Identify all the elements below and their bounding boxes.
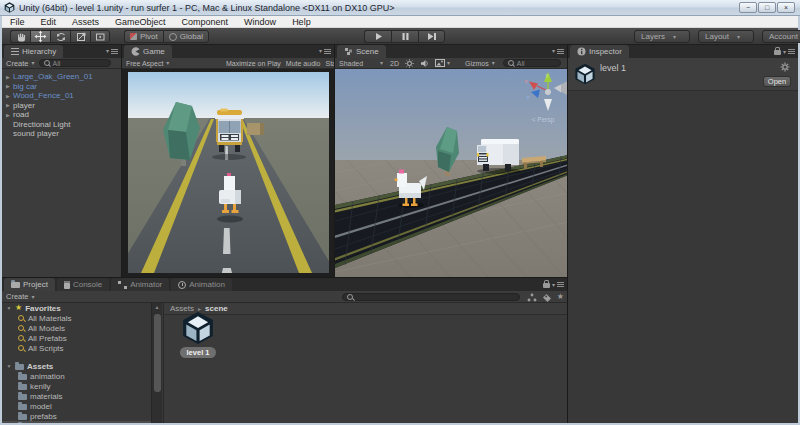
pane-menu-icon[interactable]: ▾ <box>543 281 564 288</box>
favorites-all-models[interactable]: All Models <box>2 323 162 333</box>
tab-label: Game <box>143 47 165 56</box>
lighting-toggle[interactable] <box>402 58 417 69</box>
window-titlebar[interactable]: Unity (64bit) - level 1.unity - run surf… <box>0 0 800 16</box>
scale-tool-button[interactable] <box>70 30 90 43</box>
project-create-button[interactable]: Create ▾ <box>2 291 39 302</box>
hand-tool-button[interactable] <box>10 30 30 43</box>
move-tool-button[interactable] <box>30 30 50 43</box>
hierarchy-item[interactable]: ▶ Wood_Fence_01 <box>2 91 121 101</box>
gear-icon[interactable] <box>780 62 790 72</box>
folder-scene[interactable]: scene <box>2 421 151 423</box>
foldout-icon[interactable]: ▶ <box>5 112 11 118</box>
maximize-button[interactable]: □ <box>758 2 776 13</box>
hierarchy-item-label: Wood_Fence_01 <box>13 91 74 100</box>
asset-name: level 1 <box>600 63 626 73</box>
menu-edit[interactable]: Edit <box>33 16 65 28</box>
pane-menu-icon[interactable]: ▾ <box>552 48 564 54</box>
hierarchy-item[interactable]: ▶ sound player <box>2 129 121 139</box>
foldout-icon[interactable]: ▶ <box>5 93 11 99</box>
menu-help[interactable]: Help <box>284 16 319 28</box>
minimize-button[interactable]: − <box>739 2 757 13</box>
hierarchy-item[interactable]: ▶ big car <box>2 82 121 92</box>
pane-menu-icon[interactable]: ▾ <box>319 48 331 54</box>
favorites-all-prefabs[interactable]: All Prefabs <box>2 333 162 343</box>
menu-gameobject[interactable]: GameObject <box>107 16 174 28</box>
pause-button[interactable] <box>391 30 418 43</box>
hierarchy-item[interactable]: ▶ player <box>2 101 121 111</box>
menu-assets[interactable]: Assets <box>64 16 107 28</box>
audio-toggle[interactable] <box>417 58 432 69</box>
mute-audio-toggle[interactable]: Mute audio <box>286 60 321 67</box>
foldout-icon[interactable]: ▶ <box>5 102 11 108</box>
layout-dropdown[interactable]: Layout ▾ <box>698 30 754 43</box>
favorites-all-scripts[interactable]: All Scripts <box>2 343 162 353</box>
assets-header[interactable]: ▼ Assets <box>2 361 162 371</box>
step-button[interactable] <box>418 30 445 43</box>
lock-icon[interactable] <box>543 283 550 288</box>
label-filter-icon[interactable] <box>542 293 552 302</box>
menu-bars-icon <box>557 282 564 287</box>
rect-tool-button[interactable] <box>90 30 110 43</box>
folder-model[interactable]: model <box>2 401 162 411</box>
perspective-label[interactable]: < Persp <box>532 116 555 124</box>
scene-search-input[interactable]: All <box>503 59 561 67</box>
menu-window[interactable]: Window <box>236 16 284 28</box>
account-label: Account <box>769 32 798 41</box>
tab-project[interactable]: Project <box>4 278 55 291</box>
game-viewport[interactable] <box>122 69 334 277</box>
menu-file[interactable]: File <box>2 16 33 28</box>
asset-level1[interactable]: level 1 <box>172 311 224 358</box>
tab-animation[interactable]: Animation <box>171 278 232 291</box>
pane-menu-icon[interactable]: ▾ <box>106 48 118 54</box>
folder-prefabs[interactable]: prefabs <box>2 411 162 421</box>
account-dropdown[interactable]: Account ▾ <box>762 30 800 43</box>
hierarchy-item[interactable]: ▶ road <box>2 110 121 120</box>
folder-animation[interactable]: animation <box>2 371 162 381</box>
hierarchy-create-button[interactable]: Create ▾ <box>2 58 39 69</box>
tab-scene[interactable]: Scene <box>337 45 386 58</box>
folder-kenlly[interactable]: kenlly <box>2 381 162 391</box>
layers-dropdown[interactable]: Layers ▾ <box>634 30 690 43</box>
scrollbar-thumb[interactable] <box>154 314 161 392</box>
foldout-open-icon[interactable]: ▼ <box>6 305 12 311</box>
aspect-dropdown[interactable]: Free Aspect ▾ <box>122 58 173 69</box>
folder-materials[interactable]: materials <box>2 391 162 401</box>
maximize-on-play-toggle[interactable]: Maximize on Play <box>226 60 281 67</box>
open-button[interactable]: Open <box>763 76 791 87</box>
tab-console[interactable]: Console <box>57 278 109 291</box>
menu-component[interactable]: Component <box>174 16 237 28</box>
tab-hierarchy[interactable]: Hierarchy <box>4 45 63 58</box>
favorites-header[interactable]: ▼ ★ Favorites <box>2 303 162 313</box>
hierarchy-item[interactable]: ▶ Directional Light <box>2 120 121 130</box>
hierarchy-search-input[interactable]: All <box>39 59 111 67</box>
foldout-open-icon[interactable]: ▼ <box>6 363 12 369</box>
collab-filter-icon[interactable] <box>527 293 537 302</box>
tab-game[interactable]: Game <box>124 45 172 58</box>
rotate-tool-button[interactable] <box>50 30 70 43</box>
effects-dropdown[interactable]: ▾ <box>432 58 453 69</box>
favorites-filter-icon[interactable]: ★ <box>557 293 564 301</box>
pause-icon <box>401 32 410 41</box>
2d-toggle[interactable]: 2D <box>387 58 402 69</box>
lock-icon[interactable] <box>774 50 781 55</box>
close-button[interactable]: × <box>777 2 795 13</box>
scene-viewport[interactable]: y x z < Persp <box>335 69 567 277</box>
project-search-input[interactable] <box>342 293 520 301</box>
foldout-icon[interactable]: ▶ <box>5 83 11 89</box>
global-label: Global <box>180 32 203 41</box>
stats-toggle[interactable]: Stats <box>326 60 335 67</box>
tree-scrollbar[interactable]: ▲ <box>151 303 162 423</box>
pivot-toggle[interactable]: Pivot <box>124 30 163 43</box>
scroll-up-icon[interactable]: ▲ <box>152 303 162 312</box>
shaded-label: Shaded <box>339 60 377 67</box>
foldout-icon[interactable]: ▶ <box>5 74 11 80</box>
tab-animator[interactable]: Animator <box>111 278 169 291</box>
pane-menu-icon[interactable]: ▾ <box>774 48 795 55</box>
gizmos-dropdown[interactable]: Gizmos ▾ <box>461 58 499 69</box>
hierarchy-item[interactable]: ▶ Large_Oak_Green_01 <box>2 72 121 82</box>
draw-mode-dropdown[interactable]: Shaded ▾ <box>335 58 387 69</box>
global-toggle[interactable]: Global <box>163 30 209 43</box>
tab-inspector[interactable]: Inspector <box>570 45 629 58</box>
play-button[interactable] <box>364 30 391 43</box>
favorites-all-materials[interactable]: All Materials <box>2 313 162 323</box>
